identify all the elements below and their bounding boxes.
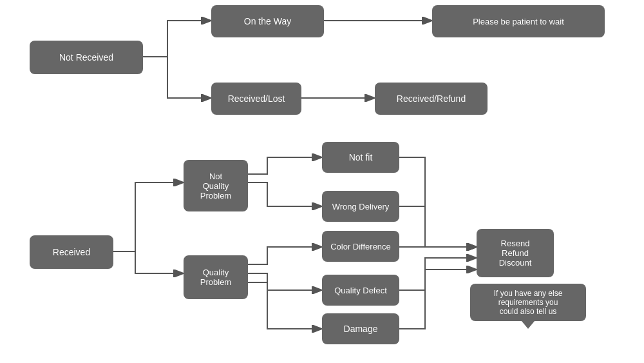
received-lost-node: Received/Lost	[211, 83, 301, 115]
not-received-node: Not Received	[30, 41, 143, 74]
wrong-delivery-node: Wrong Delivery	[322, 191, 399, 222]
flowchart-diagram: Not Received On the Way Please be patien…	[0, 0, 644, 363]
quality-problem-node: Quality Problem	[184, 255, 248, 299]
on-the-way-node: On the Way	[211, 5, 324, 37]
color-difference-node: Color Difference	[322, 231, 399, 262]
resend-refund-node: Resend Refund Discount	[477, 229, 554, 277]
received-node: Received	[30, 235, 113, 269]
not-quality-problem-node: Not Quality Problem	[184, 160, 248, 211]
quality-defect-node: Quality Defect	[322, 275, 399, 306]
please-wait-node: Please be patient to wait	[432, 5, 605, 37]
not-fit-node: Not fit	[322, 142, 399, 173]
damage-node: Damage	[322, 313, 399, 344]
received-refund-node: Received/Refund	[375, 83, 488, 115]
tooltip-node: If you have any else requirements you co…	[470, 284, 586, 321]
